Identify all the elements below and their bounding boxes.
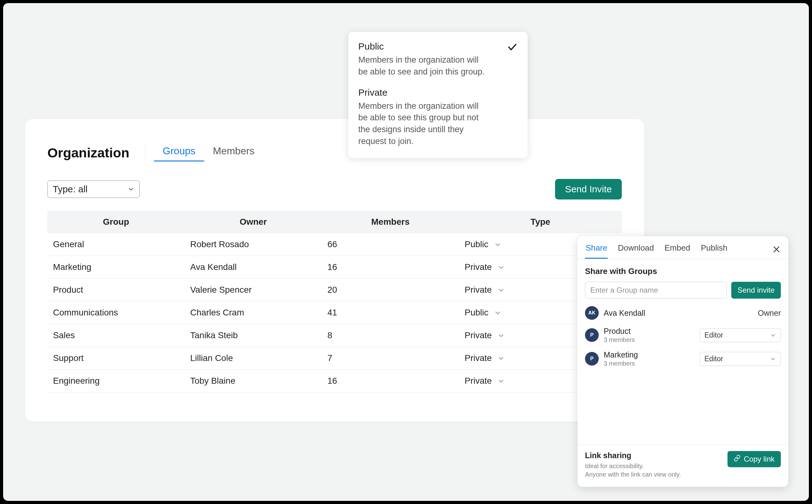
close-icon[interactable] bbox=[772, 245, 781, 254]
cell-group: Marketing bbox=[47, 256, 185, 279]
share-item-text: Marketing3 members bbox=[604, 350, 695, 367]
visibility-option[interactable]: PrivateMembers in the organization will … bbox=[358, 86, 518, 149]
share-item-sub: 3 members bbox=[604, 336, 695, 343]
share-item: PMarketing3 membersEditor bbox=[585, 350, 781, 367]
cell-group: Sales bbox=[47, 324, 185, 347]
cell-owner: Tanika Steib bbox=[185, 324, 322, 347]
chevron-down-icon bbox=[770, 332, 776, 338]
cell-members: 20 bbox=[322, 279, 459, 301]
tab-row: Groups Members bbox=[145, 144, 263, 161]
link-sharing-text: Link sharing Ideal for accessibility. An… bbox=[585, 451, 681, 479]
role-value: Editor bbox=[704, 331, 723, 339]
organization-panel: Organization Groups Members Type: all Se… bbox=[25, 119, 644, 421]
visibility-option[interactable]: PublicMembers in the organization will b… bbox=[358, 40, 518, 79]
type-filter-label: Type: all bbox=[53, 184, 88, 194]
type-value: Private bbox=[465, 353, 492, 363]
role-select[interactable]: Editor bbox=[700, 328, 781, 342]
table-header: Group Owner Members Type bbox=[47, 211, 622, 233]
share-item-sub: 3 members bbox=[604, 360, 695, 367]
cell-members: 16 bbox=[322, 370, 459, 392]
groups-table: Group Owner Members Type GeneralRobert R… bbox=[47, 211, 622, 392]
share-tab-download[interactable]: Download bbox=[617, 242, 655, 259]
type-value: Private bbox=[465, 330, 492, 340]
chevron-down-icon bbox=[127, 186, 134, 193]
share-footer: Link sharing Ideal for accessibility. An… bbox=[578, 444, 788, 487]
link-sharing-desc: Ideal for accessibility. Anyone with the… bbox=[585, 462, 681, 479]
type-value: Private bbox=[465, 285, 492, 295]
cell-members: 66 bbox=[322, 233, 459, 256]
share-tab-share[interactable]: Share bbox=[585, 242, 608, 259]
role-value: Editor bbox=[704, 355, 723, 363]
cell-group: Product bbox=[47, 279, 185, 301]
column-header-owner: Owner bbox=[185, 211, 322, 233]
share-input-row: Send invite bbox=[585, 282, 781, 299]
share-item-name: Ava Kendall bbox=[604, 309, 753, 318]
send-invite-button[interactable]: Send Invite bbox=[555, 179, 622, 199]
check-icon bbox=[507, 42, 518, 52]
visibility-option-desc: Members in the organization will be able… bbox=[358, 54, 489, 78]
share-panel: Share Download Embed Publish Share with … bbox=[578, 236, 788, 487]
share-tab-row: Share Download Embed Publish bbox=[578, 236, 788, 259]
table-row[interactable]: GeneralRobert Rosado66Public bbox=[47, 233, 622, 256]
share-send-invite-button[interactable]: Send invite bbox=[731, 282, 781, 299]
cell-members: 7 bbox=[322, 347, 459, 370]
cell-group: Communications bbox=[47, 301, 185, 324]
visibility-option-desc: Members in the organization will be able… bbox=[358, 100, 489, 147]
cell-group: General bbox=[47, 233, 185, 256]
table-row[interactable]: MarketingAva Kendall16Private bbox=[47, 256, 622, 279]
type-filter-select[interactable]: Type: all bbox=[47, 180, 140, 198]
share-item: PProduct3 membersEditor bbox=[585, 327, 781, 343]
chevron-down-icon bbox=[497, 377, 505, 385]
table-row[interactable]: EngineeringToby Blaine16Private bbox=[47, 370, 622, 392]
role-select[interactable]: Editor bbox=[700, 352, 781, 366]
cell-members: 8 bbox=[322, 324, 459, 347]
tab-members[interactable]: Members bbox=[204, 143, 263, 161]
link-icon bbox=[734, 455, 741, 463]
app-canvas: Organization Groups Members Type: all Se… bbox=[3, 3, 809, 501]
cell-group: Engineering bbox=[47, 370, 185, 392]
cell-owner: Charles Cram bbox=[185, 301, 322, 324]
cell-owner: Ava Kendall bbox=[185, 256, 322, 279]
avatar: P bbox=[585, 352, 599, 366]
share-heading: Share with Groups bbox=[585, 266, 781, 276]
share-item-name: Product bbox=[604, 327, 695, 336]
table-row[interactable]: CommunicationsCharles Cram41Public bbox=[47, 301, 622, 324]
avatar: P bbox=[585, 328, 599, 342]
chevron-down-icon bbox=[770, 356, 776, 362]
page-title: Organization bbox=[47, 145, 129, 161]
type-value: Public bbox=[465, 239, 488, 249]
table-row[interactable]: ProductValerie Spencer20Private bbox=[47, 279, 622, 301]
chevron-down-icon bbox=[494, 241, 502, 248]
visibility-option-title: Private bbox=[358, 87, 505, 98]
share-tab-publish[interactable]: Publish bbox=[700, 242, 728, 259]
cell-owner: Valerie Spencer bbox=[185, 279, 322, 301]
table-row[interactable]: SalesTanika Steib8Private bbox=[47, 324, 622, 347]
column-header-type: Type bbox=[459, 211, 622, 233]
chevron-down-icon bbox=[497, 354, 505, 362]
avatar: AK bbox=[585, 306, 599, 320]
chevron-down-icon bbox=[497, 263, 505, 271]
share-tab-embed[interactable]: Embed bbox=[664, 242, 691, 259]
filter-row: Type: all Send Invite bbox=[25, 165, 644, 207]
copy-link-button[interactable]: Copy link bbox=[728, 451, 781, 467]
organization-header: Organization Groups Members bbox=[25, 119, 644, 165]
share-item-name: Marketing bbox=[604, 350, 695, 359]
copy-link-label: Copy link bbox=[744, 455, 775, 463]
type-value: Public bbox=[465, 308, 488, 318]
role-label: Owner bbox=[758, 309, 781, 318]
link-sharing-title: Link sharing bbox=[585, 451, 681, 460]
visibility-popover: PublicMembers in the organization will b… bbox=[348, 32, 528, 158]
tab-groups[interactable]: Groups bbox=[154, 143, 204, 161]
column-header-members: Members bbox=[322, 211, 459, 233]
share-body: Share with Groups Send invite AKAva Kend… bbox=[578, 259, 788, 444]
chevron-down-icon bbox=[497, 332, 505, 339]
cell-owner: Lillian Cole bbox=[185, 347, 322, 370]
visibility-option-title: Public bbox=[358, 41, 505, 52]
share-item: AKAva KendallOwner bbox=[585, 306, 781, 320]
table-row[interactable]: SupportLillian Cole7Private bbox=[47, 347, 622, 370]
group-name-input[interactable] bbox=[585, 282, 727, 299]
share-item-text: Product3 members bbox=[604, 327, 695, 343]
cell-owner: Robert Rosado bbox=[185, 233, 322, 256]
cell-group: Support bbox=[47, 347, 185, 370]
chevron-down-icon bbox=[497, 286, 505, 294]
